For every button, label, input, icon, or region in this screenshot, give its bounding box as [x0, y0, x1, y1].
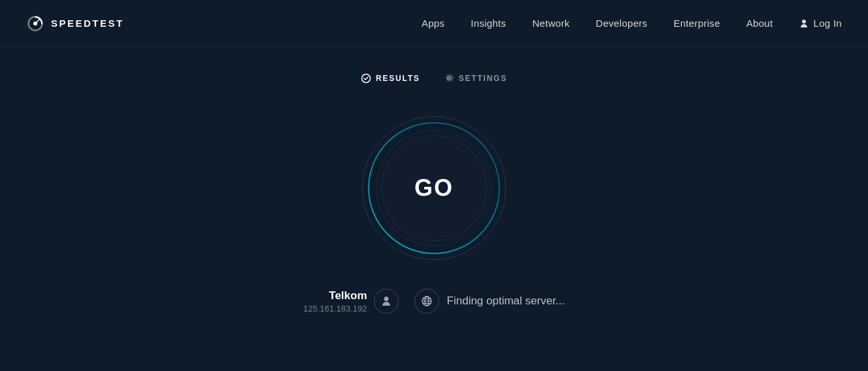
nav-insights[interactable]: Insights: [471, 18, 506, 29]
isp-name: Telkom: [303, 289, 367, 302]
go-label: GO: [414, 174, 454, 202]
login-link[interactable]: Log In: [799, 18, 842, 29]
bottom-info: Telkom 125.161.183.192 Finding optimal: [303, 289, 565, 314]
settings-icon: [444, 73, 454, 84]
isp-info: Telkom 125.161.183.192: [303, 289, 399, 314]
tabs: RESULTS SETTINGS: [361, 73, 507, 84]
tab-settings[interactable]: SETTINGS: [444, 73, 507, 84]
nav-about[interactable]: About: [746, 18, 773, 29]
speed-circle[interactable]: GO: [362, 116, 506, 260]
globe-icon: [421, 295, 433, 307]
go-button[interactable]: GO: [382, 136, 486, 240]
isp-ip: 125.161.183.192: [303, 304, 367, 314]
person-icon: [380, 295, 392, 307]
nav-apps[interactable]: Apps: [422, 18, 444, 29]
logo[interactable]: SPEEDTEST: [26, 14, 124, 33]
main-content: RESULTS SETTINGS GO: [0, 47, 868, 314]
server-status: Finding optimal server...: [447, 295, 565, 308]
server-info: Finding optimal server...: [414, 289, 565, 314]
isp-icon-button[interactable]: [374, 289, 399, 314]
tab-results[interactable]: RESULTS: [361, 73, 420, 84]
nav-developers[interactable]: Developers: [596, 18, 648, 29]
logo-icon: [26, 14, 44, 33]
user-icon: [799, 18, 809, 29]
logo-text: SPEEDTEST: [51, 18, 124, 29]
server-icon-button[interactable]: [414, 289, 439, 314]
login-label: Log In: [813, 18, 842, 29]
nav-enterprise[interactable]: Enterprise: [673, 18, 720, 29]
main-nav: Apps Insights Network Developers Enterpr…: [422, 18, 842, 29]
nav-network[interactable]: Network: [532, 18, 569, 29]
results-icon: [361, 73, 371, 84]
isp-details: Telkom 125.161.183.192: [303, 289, 367, 314]
header: SPEEDTEST Apps Insights Network Develope…: [0, 0, 868, 47]
results-label: RESULTS: [376, 74, 420, 83]
settings-label: SETTINGS: [459, 74, 507, 83]
